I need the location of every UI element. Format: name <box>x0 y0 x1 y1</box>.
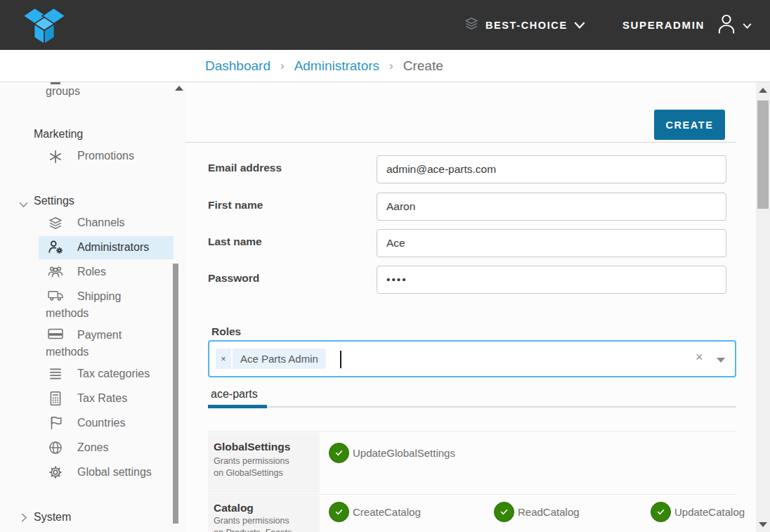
scroll-down-button[interactable] <box>759 522 767 527</box>
permission-group-cell: Catalog Grants permissions on Products, … <box>208 495 320 532</box>
email-address-label: Email address <box>208 162 282 174</box>
check-icon <box>499 507 509 517</box>
sidebar-item-countries[interactable]: Countries <box>77 417 125 429</box>
layers-icon <box>48 216 63 231</box>
toggle-update-globalsettings[interactable] <box>329 443 349 463</box>
sidebar-section-system[interactable]: System <box>34 511 71 524</box>
roles-select[interactable]: × Ace Parts Admin × <box>208 340 736 377</box>
sidebar-item-shipping-methods[interactable]: Shipping <box>77 290 121 303</box>
permission-group-description: on GlobalSettings <box>214 468 283 478</box>
scroll-up-button[interactable] <box>759 88 767 93</box>
roles-chip: Ace Parts Admin <box>233 349 326 369</box>
sidebar-item-administrators[interactable]: Administrators <box>77 241 149 254</box>
password-input[interactable] <box>377 266 726 294</box>
permission-group-cell: GlobalSettings Grants permissions on Glo… <box>208 432 320 493</box>
breadcrumb-separator: › <box>280 59 285 73</box>
tab-ace-parts[interactable]: ace-parts <box>211 388 258 401</box>
globe-icon <box>48 440 63 455</box>
sidebar-item-shipping-methods-line2[interactable]: methods <box>46 307 89 320</box>
sidebar-item-zones[interactable]: Zones <box>77 441 108 454</box>
toolbar-divider <box>185 142 736 143</box>
user-name: SUPERADMIN <box>622 19 705 31</box>
sidebar-item-payment-methods[interactable]: Payment <box>77 329 122 342</box>
roles-label: Roles <box>211 325 241 338</box>
gear-icon <box>48 465 63 480</box>
chevron-down-icon <box>574 19 585 32</box>
text-cursor <box>340 351 341 368</box>
last-name-label: Last name <box>208 235 262 248</box>
sidebar-nav: groups Marketing Promotions Settings Cha… <box>0 82 185 532</box>
password-label: Password <box>208 272 259 285</box>
breadcrumb-current: Create <box>403 58 443 74</box>
truck-icon <box>48 289 63 304</box>
permission-group-name: GlobalSettings <box>214 441 290 453</box>
first-name-label: First name <box>208 199 263 212</box>
toggle-create-catalog[interactable] <box>329 502 349 522</box>
toggle-read-catalog[interactable] <box>494 502 514 522</box>
customer-groups-icon <box>51 82 60 84</box>
permission-row-catalog: Catalog Grants permissions on Products, … <box>208 494 736 532</box>
channel-name: BEST-CHOICE <box>485 20 568 31</box>
check-icon <box>334 507 344 517</box>
breadcrumb-bar: Dashboard › Administrators › Create <box>0 50 770 82</box>
list-icon <box>48 366 63 382</box>
permission-group-description: on Products, Facets <box>214 528 292 532</box>
check-icon <box>334 448 344 458</box>
chip-remove-icon[interactable]: × <box>216 349 231 369</box>
chevron-down-icon <box>743 19 752 32</box>
app-window: BEST-CHOICE SUPERADMIN Dashboard › Admin… <box>0 0 770 532</box>
permission-row-globalsettings: GlobalSettings Grants permissions on Glo… <box>208 431 736 493</box>
toggle-update-catalog[interactable] <box>651 502 671 522</box>
person-icon <box>717 13 736 37</box>
calculator-icon <box>48 391 63 406</box>
chevron-down-icon <box>19 198 28 211</box>
flag-icon <box>48 415 63 431</box>
sidebar-item-global-settings[interactable]: Global settings <box>77 466 152 479</box>
user-gear-icon <box>48 240 63 255</box>
last-name-input[interactable] <box>377 229 726 257</box>
permission-group-description: Grants permissions <box>214 516 289 526</box>
sidebar-item-channels[interactable]: Channels <box>77 216 125 229</box>
sidebar-item-promotions[interactable]: Promotions <box>77 150 134 162</box>
permission-group-description: Grants permissions <box>214 456 289 466</box>
email-address-input[interactable] <box>377 155 726 183</box>
clear-icon[interactable]: × <box>696 350 703 365</box>
sidebar-item-tax-rates[interactable]: Tax Rates <box>77 392 127 405</box>
sidebar-section-settings[interactable]: Settings <box>34 195 74 207</box>
permission-label: UpdateGlobalSettings <box>353 443 455 463</box>
dropdown-arrow-icon[interactable] <box>717 358 725 363</box>
snowflake-icon <box>48 149 63 164</box>
check-icon <box>655 507 666 517</box>
sidebar-scrollbar-thumb[interactable] <box>173 264 178 524</box>
main-content: CREATE Email address First name Last nam… <box>185 82 756 532</box>
breadcrumb-dashboard[interactable]: Dashboard <box>205 58 270 74</box>
active-tab-indicator <box>208 405 267 408</box>
sidebar-item-payment-methods-line2[interactable]: methods <box>46 346 89 358</box>
main-scrollbar[interactable] <box>756 82 770 532</box>
first-name-input[interactable] <box>377 193 726 221</box>
permission-label: ReadCatalog <box>518 502 580 522</box>
create-button[interactable]: CREATE <box>654 110 725 140</box>
main-scrollbar-thumb[interactable] <box>757 100 769 209</box>
breadcrumb-separator: › <box>389 59 393 73</box>
sidebar-section-marketing: Marketing <box>34 128 83 141</box>
channel-selector[interactable]: BEST-CHOICE <box>464 0 585 50</box>
layers-icon <box>464 16 479 34</box>
user-menu[interactable]: SUPERADMIN <box>622 0 752 50</box>
chevron-right-icon <box>21 512 27 525</box>
top-bar: BEST-CHOICE SUPERADMIN <box>0 0 770 50</box>
breadcrumb: Dashboard › Administrators › Create <box>205 50 443 82</box>
users-icon <box>48 264 63 280</box>
permission-label: CreateCatalog <box>353 502 421 522</box>
breadcrumb-administrators[interactable]: Administrators <box>294 58 379 74</box>
tab-track-line <box>267 406 736 408</box>
sidebar-scroll-up-button[interactable] <box>175 86 183 91</box>
permission-group-name: Catalog <box>214 502 254 514</box>
sidebar-item-tax-categories[interactable]: Tax categories <box>77 368 150 380</box>
credit-card-icon <box>48 327 63 343</box>
permission-label: UpdateCatalog <box>674 502 745 522</box>
sidebar-item-roles[interactable]: Roles <box>77 266 106 278</box>
vendure-logo-icon[interactable] <box>21 5 67 48</box>
sidebar-item-customer-groups[interactable]: groups <box>46 85 80 98</box>
